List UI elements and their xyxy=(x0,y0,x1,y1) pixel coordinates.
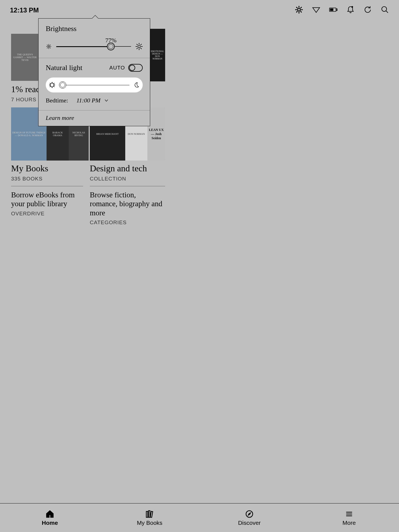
brightness-title: Brightness xyxy=(46,25,143,33)
svg-line-30 xyxy=(140,48,141,49)
moon-icon xyxy=(133,82,139,88)
svg-line-20 xyxy=(47,45,48,45)
bedtime-value: 11:00 PM xyxy=(76,97,101,104)
mybooks-section-title[interactable]: My Books xyxy=(11,163,48,174)
bedtime-dropdown[interactable]: 11:00 PM xyxy=(76,97,109,104)
brightness-value-label: 77% xyxy=(105,37,116,44)
svg-marker-33 xyxy=(49,82,55,88)
svg-line-22 xyxy=(47,48,48,48)
brightness-popover: Brightness 77% Natural light AUTO xyxy=(38,18,150,126)
bedtime-label: Bedtime: xyxy=(46,97,68,104)
overdrive-section-subtitle: OVERDRIVE xyxy=(11,211,83,217)
svg-line-32 xyxy=(140,44,141,45)
mybooks-section-subtitle: 335 BOOKS xyxy=(11,176,48,182)
collection-section-title[interactable]: Design and tech xyxy=(90,163,147,174)
learn-more-link[interactable]: Learn more xyxy=(46,114,74,121)
sun-large-icon xyxy=(135,43,143,50)
clock-time: 12:13 PM xyxy=(10,6,39,14)
chevron-down-icon xyxy=(104,98,109,103)
svg-line-21 xyxy=(50,48,50,48)
collection-section-subtitle: COLLECTION xyxy=(90,176,147,182)
svg-line-23 xyxy=(50,45,50,45)
current-book-cover[interactable]: THE QUEEN'S GAMBIT — WALTER TEVIS xyxy=(11,34,39,81)
categories-section-title[interactable]: Browse fiction, romance, biography and m… xyxy=(90,190,165,217)
brightness-slider[interactable]: 77% xyxy=(46,43,143,50)
sun-small-icon xyxy=(46,43,52,50)
natural-light-slider[interactable] xyxy=(46,78,143,92)
auto-label: AUTO xyxy=(109,65,125,71)
categories-section-subtitle: CATEGORIES xyxy=(90,219,165,226)
daylight-icon xyxy=(49,82,55,88)
natural-light-auto-toggle[interactable] xyxy=(128,64,143,72)
book-cover[interactable]: EMOTIONAL DESIGN — DON NORMAN xyxy=(150,29,165,81)
svg-point-15 xyxy=(48,46,50,47)
natural-light-slider-thumb[interactable] xyxy=(59,81,66,89)
overdrive-section-title[interactable]: Borrow eBooks from your public library xyxy=(11,190,83,208)
svg-line-31 xyxy=(137,48,138,49)
svg-line-29 xyxy=(137,44,138,45)
natural-light-title: Natural light xyxy=(46,64,82,72)
svg-point-24 xyxy=(138,45,140,48)
